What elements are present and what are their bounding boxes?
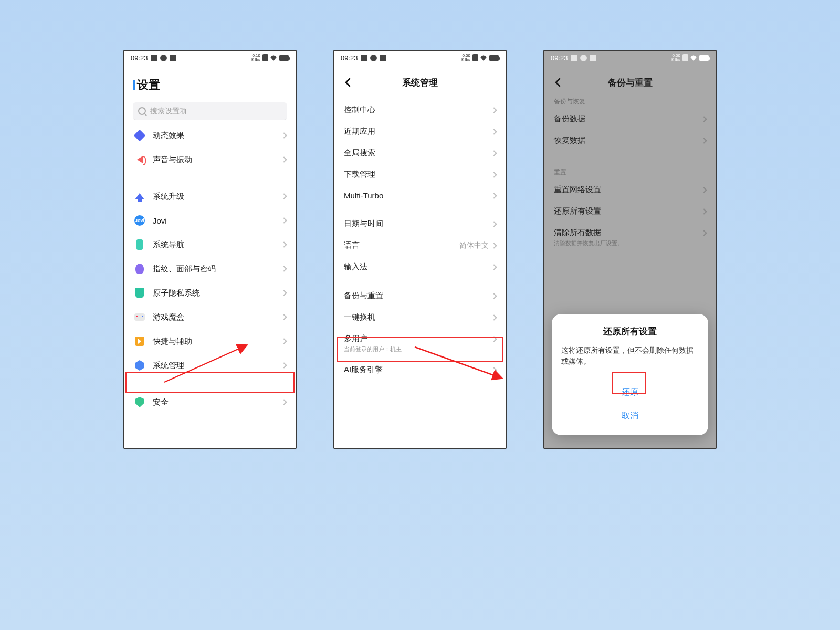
search-placeholder: 搜索设置项 <box>150 107 187 116</box>
chevron-right-icon <box>491 107 497 113</box>
quick-icon <box>134 335 145 347</box>
item-quick[interactable]: 快捷与辅助 <box>124 329 296 353</box>
dialog-body: 这将还原所有设置，但不会删除任何数据或媒体。 <box>561 345 699 367</box>
item-restore-data[interactable]: 恢复数据 <box>544 130 716 151</box>
battery-icon <box>279 55 289 61</box>
chevron-right-icon <box>491 193 497 198</box>
diamond-icon <box>134 130 145 141</box>
chevron-right-icon <box>491 367 497 373</box>
phone-icon <box>134 239 145 250</box>
status-time: 09:23 <box>551 54 568 62</box>
multiuser-subtext: 当前登录的用户：机主 <box>344 345 492 353</box>
wifi-icon <box>690 55 697 61</box>
page-title: 设置 <box>133 77 160 93</box>
search-icon <box>138 107 146 115</box>
status-netspeed: 0.00KB/s <box>461 54 470 62</box>
cancel-button[interactable]: 取消 <box>561 404 699 428</box>
chevron-right-icon <box>491 221 497 227</box>
settings-list[interactable]: 动态效果 声音与振动 系统升级 Jovi Jovi 系统导航 指纹、面部与密码 <box>124 123 296 448</box>
chevron-right-icon <box>281 314 287 320</box>
chevron-right-icon <box>701 208 707 214</box>
status-notif-icon <box>380 55 386 61</box>
item-dynamic-effects[interactable]: 动态效果 <box>124 123 296 148</box>
phone-1-settings: 09:23 0.10KB/s 设置 搜索设置项 动态效果 声音与振动 <box>123 50 297 449</box>
item-system-management[interactable]: 系统管理 <box>124 353 296 377</box>
chevron-right-icon <box>701 230 707 236</box>
item-datetime[interactable]: 日期与时间 <box>334 213 506 235</box>
item-backup-reset[interactable]: 备份与重置 <box>334 285 506 307</box>
status-sim-icon <box>262 54 268 61</box>
status-netspeed: 0.10KB/s <box>251 54 260 62</box>
page-title: 备份与重置 <box>544 77 716 89</box>
confirm-button[interactable]: 还原 <box>561 381 699 404</box>
clear-all-subtext: 清除数据并恢复出厂设置。 <box>554 239 702 247</box>
chevron-right-icon <box>491 336 497 342</box>
status-cloud-icon <box>580 55 587 61</box>
item-recent-apps[interactable]: 近期应用 <box>334 121 506 142</box>
item-multiturbo[interactable]: Multi-Turbo <box>334 185 506 206</box>
chevron-right-icon <box>491 293 497 299</box>
item-nav[interactable]: 系统导航 <box>124 233 296 257</box>
chevron-right-icon <box>281 399 287 405</box>
jovi-icon: Jovi <box>134 215 145 226</box>
chevron-right-icon <box>281 156 287 162</box>
battery-icon <box>699 55 709 61</box>
item-clear-all-data[interactable]: 清除所有数据 清除数据并恢复出厂设置。 <box>544 222 716 253</box>
status-cloud-icon <box>370 55 377 61</box>
chevron-right-icon <box>281 242 287 247</box>
item-security[interactable]: 安全 <box>124 390 296 414</box>
item-control-center[interactable]: 控制中心 <box>334 99 506 121</box>
status-app-icon <box>361 55 368 61</box>
status-time: 09:23 <box>341 54 358 62</box>
status-app-icon <box>571 55 578 61</box>
status-time: 09:23 <box>131 54 148 62</box>
speaker-icon <box>134 154 145 165</box>
item-backup-data[interactable]: 备份数据 <box>544 108 716 130</box>
status-cloud-icon <box>160 55 167 61</box>
status-bar: 09:23 0.00KB/s <box>544 51 716 65</box>
header: 系统管理 <box>334 65 506 93</box>
chevron-right-icon <box>281 362 287 368</box>
status-notif-icon <box>590 55 596 61</box>
item-fingerprint[interactable]: 指纹、面部与密码 <box>124 257 296 281</box>
chevron-right-icon <box>281 290 287 296</box>
confirm-dialog: 还原所有设置 这将还原所有设置，但不会删除任何数据或媒体。 还原 取消 <box>552 314 708 435</box>
wifi-icon <box>270 55 277 61</box>
dialog-title: 还原所有设置 <box>561 326 699 338</box>
shield-icon <box>134 287 145 299</box>
chevron-right-icon <box>281 338 287 344</box>
arrow-up-icon <box>134 191 145 202</box>
chevron-right-icon <box>491 243 497 248</box>
phone-3-backup-reset: 09:23 0.00KB/s 备份与重置 备份与恢复 备份数据 恢复数据 <box>543 50 717 449</box>
status-app-icon <box>151 55 158 61</box>
item-multiuser[interactable]: 多用户 当前登录的用户：机主 <box>334 328 506 359</box>
item-game[interactable]: 游戏魔盒 <box>124 305 296 329</box>
section-backup-restore: 备份与恢复 <box>544 93 716 108</box>
search-input[interactable]: 搜索设置项 <box>133 102 287 120</box>
chevron-right-icon <box>491 314 497 320</box>
item-one-switch[interactable]: 一键换机 <box>334 307 506 328</box>
item-upgrade[interactable]: 系统升级 <box>124 184 296 208</box>
chevron-right-icon <box>491 172 497 177</box>
item-reset-network[interactable]: 重置网络设置 <box>544 179 716 201</box>
chevron-right-icon <box>281 266 287 271</box>
item-ai-engine[interactable]: AI服务引擎 <box>334 359 506 381</box>
item-download-mgr[interactable]: 下载管理 <box>334 164 506 185</box>
header: 设置 <box>124 65 296 98</box>
phone-2-system-management: 09:23 0.00KB/s 系统管理 控制中心 近期应用 <box>333 50 507 449</box>
status-bar: 09:23 0.00KB/s <box>334 51 506 65</box>
chevron-right-icon <box>701 116 707 122</box>
chevron-right-icon <box>701 187 707 193</box>
chevron-right-icon <box>701 138 707 143</box>
chevron-right-icon <box>281 132 287 138</box>
item-sound[interactable]: 声音与振动 <box>124 148 296 172</box>
item-restore-all-settings[interactable]: 还原所有设置 <box>544 201 716 222</box>
item-jovi[interactable]: Jovi Jovi <box>124 208 296 233</box>
item-global-search[interactable]: 全局搜索 <box>334 142 506 164</box>
item-language[interactable]: 语言 简体中文 <box>334 235 506 256</box>
item-ime[interactable]: 输入法 <box>334 256 506 278</box>
security-shield-icon <box>134 396 145 408</box>
page-title: 系统管理 <box>334 77 506 89</box>
item-privacy[interactable]: 原子隐私系统 <box>124 281 296 305</box>
sysmgmt-list[interactable]: 控制中心 近期应用 全局搜索 下载管理 Multi-Turbo 日期与时间 语言… <box>334 93 506 448</box>
